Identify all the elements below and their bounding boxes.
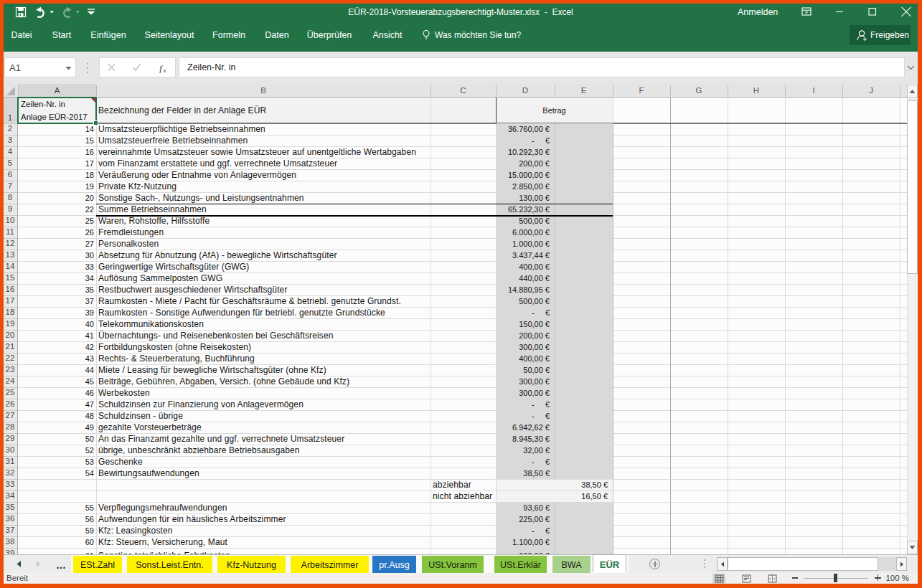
svg-text:x: x xyxy=(163,67,166,73)
